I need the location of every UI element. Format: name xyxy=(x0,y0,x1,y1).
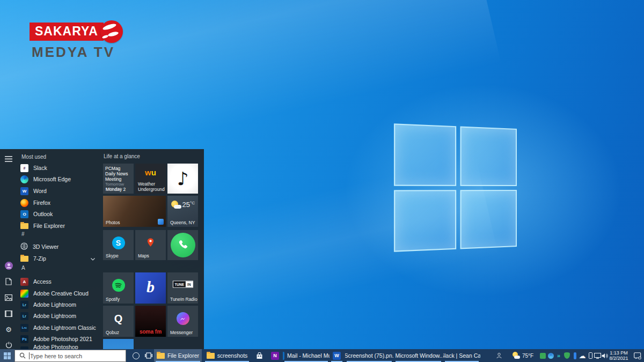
outlook-icon: O xyxy=(283,352,284,360)
taskbar-search[interactable] xyxy=(14,350,126,362)
tile-groove-music[interactable]: ♪ xyxy=(167,164,198,194)
tile-tunein[interactable]: TUNEIN TuneIn Radio xyxy=(167,272,198,304)
weather-sun-icon xyxy=(512,352,520,359)
taskbar-button-screenshots[interactable]: screenshots xyxy=(203,349,251,362)
tile-photos[interactable]: Photos xyxy=(103,196,166,227)
action-center-icon xyxy=(634,352,641,359)
taskbar-button-firefox-window[interactable]: Microsoft Window... xyxy=(394,349,443,362)
tile-weather-underground[interactable]: wu Weather Underground xyxy=(135,164,166,194)
taskbar-button-store[interactable] xyxy=(252,349,267,362)
app-item-access[interactable]: A Access xyxy=(20,276,98,287)
taskbar-button-mail[interactable]: O Mail - Michael Mu... xyxy=(283,349,330,362)
qobuz-icon: Q xyxy=(114,313,123,325)
app-item-lightroom-classic[interactable]: Lrc Adobe Lightroom Classic xyxy=(20,322,98,333)
action-center-button[interactable] xyxy=(631,349,644,362)
tile-whatsapp[interactable] xyxy=(167,230,198,260)
weather-widget[interactable]: 75°F xyxy=(507,349,538,362)
app-item-file-explorer[interactable]: File Explorer xyxy=(20,220,98,231)
logo-pane xyxy=(460,190,517,249)
app-item-lightroom-2[interactable]: Lr Adobe Lightroom xyxy=(20,311,98,321)
taskbar-button-edge-window[interactable]: Screenshot (75).pn... xyxy=(345,349,393,362)
tile-maps[interactable]: Maps xyxy=(135,230,166,260)
tray-icon-teal-app[interactable]: » xyxy=(555,349,562,362)
videos-icon[interactable] xyxy=(4,309,13,318)
lightroom-icon: Lr xyxy=(20,312,28,320)
music-note-icon: ♪ xyxy=(177,168,189,189)
app-item-7zip[interactable]: 7-Zip xyxy=(20,253,98,264)
app-item-lightroom[interactable]: Lr Adobe Lightroom xyxy=(20,299,98,310)
start-button[interactable] xyxy=(0,349,14,362)
tile-calendar[interactable]: PCMag Daily News Meeting Tomorrow 9:00 A… xyxy=(103,164,134,194)
most-used-header: Most used xyxy=(21,154,46,160)
tray-icon-defender[interactable] xyxy=(547,349,554,362)
word-icon: W xyxy=(20,187,28,195)
documents-icon[interactable] xyxy=(4,277,13,286)
skype-icon: S xyxy=(112,237,125,249)
task-view-icon xyxy=(145,352,152,359)
display-network-icon[interactable] xyxy=(594,349,601,362)
search-icon xyxy=(19,352,26,360)
tray-icon-security-shield[interactable] xyxy=(563,349,570,362)
clock-date: 8/2/2021 xyxy=(609,356,628,361)
tile-weather[interactable]: 25°C Queens, NY xyxy=(167,196,198,227)
text-cursor xyxy=(29,352,30,359)
pictures-icon[interactable] xyxy=(4,293,13,302)
tile-bandcamp[interactable]: b xyxy=(135,272,166,304)
station-watermark: SAKARYA MEDYA TV xyxy=(30,20,123,61)
people-button[interactable] xyxy=(494,349,504,362)
tiles-group-header[interactable]: Life at a glance xyxy=(104,153,140,159)
photoshop-icon: Ps xyxy=(20,335,28,343)
hamburger-menu-icon[interactable] xyxy=(4,154,13,163)
start-menu: ⚙ Most used # Slack Microsoft Edge W Wor… xyxy=(0,149,204,349)
section-header-a[interactable]: A xyxy=(21,265,25,271)
app-item-firefox[interactable]: Firefox xyxy=(20,197,98,208)
tunein-logo: TUNEIN xyxy=(172,281,193,288)
globe-icon xyxy=(100,20,123,43)
onedrive-icon[interactable]: ☁ xyxy=(579,349,586,362)
taskbar-button-slack-window[interactable]: # Slack | Sean Carrol... xyxy=(443,349,480,362)
app-item-slack[interactable]: # Slack xyxy=(20,162,98,173)
app-item-word[interactable]: W Word xyxy=(20,186,98,196)
lightroom-classic-icon: Lrc xyxy=(20,324,28,332)
people-icon xyxy=(496,352,502,359)
logo-pane xyxy=(394,123,456,186)
section-header-hash[interactable]: # xyxy=(21,231,25,237)
tile-spotify[interactable]: Spotify xyxy=(103,272,134,304)
phone-link-icon[interactable] xyxy=(587,349,594,362)
cloud-icon xyxy=(174,205,181,209)
tile-skype[interactable]: S Skype xyxy=(103,230,134,260)
task-view-button[interactable] xyxy=(143,349,155,362)
logo-pane xyxy=(394,190,456,252)
app-item-adobe-cc[interactable]: Adobe Creative Cloud xyxy=(20,288,98,299)
user-avatar[interactable] xyxy=(4,261,13,270)
app-item-3d-viewer[interactable]: 3D Viewer xyxy=(20,241,98,252)
wu-logo: wu xyxy=(135,168,166,177)
watermark-line1: SAKARYA xyxy=(30,23,104,41)
cortana-button[interactable] xyxy=(129,349,143,362)
chevron-down-icon[interactable] xyxy=(91,255,95,262)
search-input[interactable] xyxy=(30,353,126,359)
tray-icon-green-app[interactable] xyxy=(539,349,546,362)
cortana-icon xyxy=(133,352,140,359)
logo-pane xyxy=(460,127,517,186)
taskbar-clock[interactable]: 1:13 PM 8/2/2021 xyxy=(606,349,631,362)
tile-qobuz[interactable]: Q Qobuz xyxy=(103,306,134,337)
tile-messenger[interactable]: Messenger xyxy=(167,306,198,337)
tile-partial-bottom[interactable] xyxy=(103,339,134,349)
tile-somafm[interactable]: soma fm xyxy=(135,306,166,337)
3d-viewer-icon xyxy=(20,242,28,251)
app-item-photoshop[interactable]: Ps Adobe Photoshop 2021 xyxy=(20,334,98,344)
taskbar-button-word[interactable]: W xyxy=(330,349,344,362)
spotify-icon xyxy=(112,279,125,292)
file-explorer-icon xyxy=(157,353,165,359)
taskbar-button-file-explorer[interactable]: File Explorer xyxy=(154,349,202,362)
app-item-outlook[interactable]: O Outlook xyxy=(20,209,98,219)
app-item-photoshop-express[interactable]: Px Adobe Photoshop Express xyxy=(20,345,98,349)
power-icon[interactable] xyxy=(4,341,13,349)
settings-gear-icon[interactable]: ⚙ xyxy=(4,325,13,334)
app-item-edge[interactable]: Microsoft Edge xyxy=(20,174,98,184)
tray-icon-blue-app[interactable] xyxy=(571,349,579,362)
taskbar-button-onenote[interactable]: N xyxy=(268,349,282,362)
watermark-line2: MEDYA TV xyxy=(32,44,123,61)
taskbar: File Explorer screenshots N O Mail - Mic… xyxy=(0,349,644,362)
